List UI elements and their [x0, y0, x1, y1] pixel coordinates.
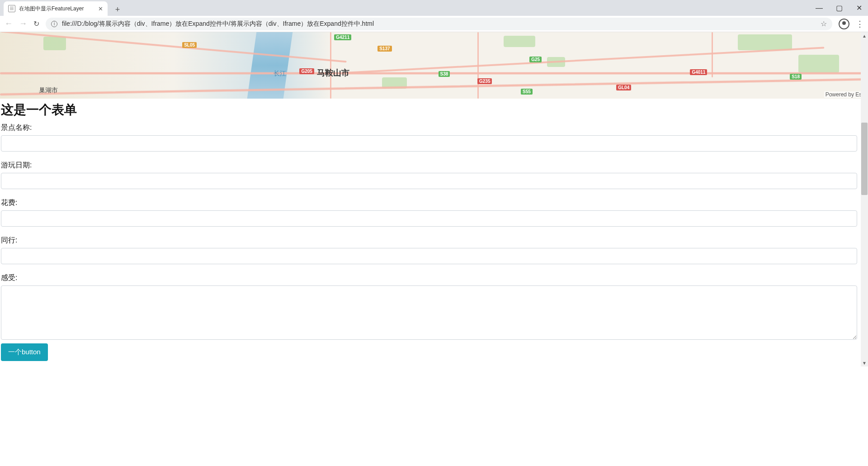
reload-button[interactable]: ↻	[33, 19, 39, 28]
river-label: 长江	[274, 70, 286, 78]
new-tab-button[interactable]: +	[111, 3, 124, 16]
road-badge: G4011	[690, 69, 707, 75]
terrain-blob	[738, 34, 792, 50]
cost-input[interactable]	[1, 210, 857, 227]
road-badge: S55	[521, 89, 533, 95]
terrain-blob	[798, 55, 839, 73]
back-button[interactable]: ←	[5, 19, 13, 29]
tab-title: 在地图中显示FeatureLayer	[19, 5, 84, 13]
cost-label: 花费:	[1, 198, 867, 208]
companion-label: 同行:	[1, 236, 867, 245]
side-city-label: 巢湖市	[39, 86, 58, 95]
bookmark-icon[interactable]: ☆	[821, 19, 827, 28]
companion-input[interactable]	[1, 248, 857, 264]
window-controls: — ▢ ✕	[815, 0, 868, 16]
spot-name-label: 景点名称:	[1, 123, 867, 133]
terrain-blob	[504, 36, 535, 47]
info-icon[interactable]: i	[51, 21, 57, 27]
browser-tab[interactable]: 在地图中显示FeatureLayer ✕	[4, 1, 108, 16]
minimize-icon[interactable]: —	[815, 4, 824, 13]
road-badge: G25	[529, 57, 542, 62]
vertical-scrollbar[interactable]: ▲ ▼	[861, 32, 868, 366]
document-icon	[8, 5, 15, 12]
road-badge: S18	[790, 74, 802, 80]
play-date-label: 游玩日期:	[1, 161, 867, 170]
map-attribution: Powered by Esri	[824, 91, 866, 98]
city-label: 马鞍山市	[317, 67, 349, 78]
road-badge: SL05	[182, 42, 197, 48]
forward-button[interactable]: →	[19, 19, 27, 29]
road-badge: G235	[477, 78, 492, 84]
maximize-icon[interactable]: ▢	[835, 4, 844, 13]
tab-bar: 在地图中显示FeatureLayer ✕ + — ▢ ✕	[0, 0, 868, 16]
browser-toolbar: ← → ↻ i file:///D:/blog/将展示内容（div、Iframe…	[0, 16, 868, 32]
profile-icon[interactable]	[839, 19, 849, 29]
url-text: file:///D:/blog/将展示内容（div、Iframe）放在Expan…	[62, 20, 374, 28]
feeling-label: 感受:	[1, 273, 867, 283]
submit-button[interactable]: 一个button	[1, 343, 48, 361]
scroll-thumb[interactable]	[861, 123, 868, 195]
terrain-blob	[43, 37, 66, 50]
form-title: 这是一个表单	[1, 101, 867, 119]
road-badge: G4211	[334, 34, 351, 40]
spot-name-input[interactable]	[1, 135, 857, 152]
form-container: 这是一个表单 景点名称: 游玩日期: 花费: 同行: 感受: 一个button	[0, 101, 868, 361]
close-window-icon[interactable]: ✕	[854, 4, 863, 13]
menu-icon[interactable]: ⋮	[856, 19, 863, 29]
road-badge: G205	[299, 68, 314, 74]
scroll-down-icon[interactable]: ▼	[861, 359, 868, 366]
page-content: 长江 马鞍山市 巢湖市 G4211SL05S137G25G205S38G4011…	[0, 32, 868, 366]
close-icon[interactable]: ✕	[98, 5, 103, 12]
browser-chrome: 在地图中显示FeatureLayer ✕ + — ▢ ✕ ← → ↻ i fil…	[0, 0, 868, 32]
play-date-input[interactable]	[1, 173, 857, 189]
feeling-textarea[interactable]	[1, 285, 857, 340]
road-badge: S38	[439, 71, 450, 77]
address-bar[interactable]: i file:///D:/blog/将展示内容（div、Iframe）放在Exp…	[46, 18, 832, 30]
map-view[interactable]: 长江 马鞍山市 巢湖市 G4211SL05S137G25G205S38G4011…	[0, 32, 868, 99]
road-badge: GL04	[616, 85, 631, 90]
road-badge: S137	[377, 46, 392, 52]
scroll-up-icon[interactable]: ▲	[861, 32, 868, 39]
